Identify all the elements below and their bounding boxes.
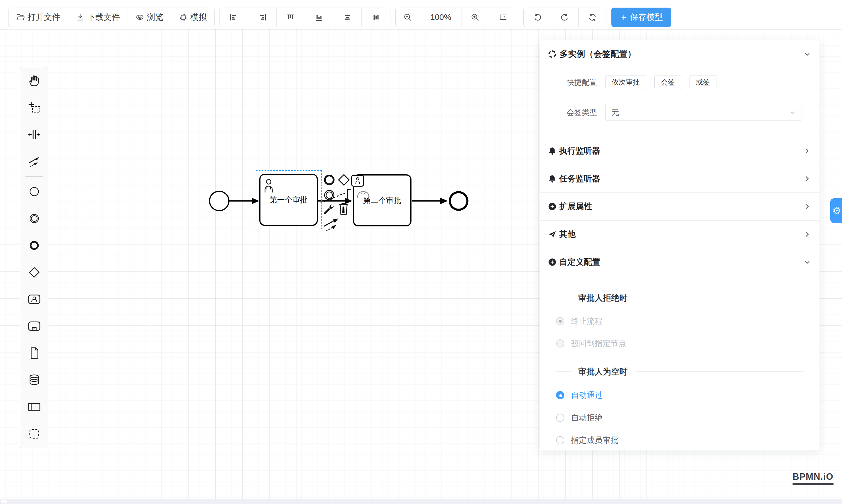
create-gateway[interactable] xyxy=(27,265,41,280)
hand-tool[interactable] xyxy=(27,74,41,88)
save-model-button[interactable]: ＋ 保存模型 xyxy=(611,7,671,27)
fit-viewport-icon xyxy=(499,13,508,22)
countersign-type-label: 会签类型 xyxy=(540,107,597,118)
ctxpad-append-task-icon[interactable] xyxy=(351,175,364,187)
align-top-button[interactable] xyxy=(277,8,305,26)
horizontal-scrollbar[interactable] xyxy=(0,499,842,504)
zoom-in-button[interactable] xyxy=(462,8,488,26)
create-intermediate-event[interactable] xyxy=(27,212,41,226)
section-task-listener[interactable]: 任务监听器 xyxy=(540,165,820,193)
paper-plane-icon xyxy=(548,230,557,239)
create-end-event[interactable] xyxy=(27,238,41,252)
section-others[interactable]: 其他 xyxy=(540,220,820,248)
panel-header-multi-instance[interactable]: 多实例（会签配置） xyxy=(540,40,820,68)
align-button-group xyxy=(220,7,390,27)
ctxpad-append-gateway-icon[interactable] xyxy=(337,173,351,187)
space-tool[interactable] xyxy=(27,128,41,142)
align-left-button[interactable] xyxy=(220,8,248,26)
align-center-horizontal-icon xyxy=(343,13,352,22)
radio-return-to-node[interactable]: 驳回到指定节点 xyxy=(540,336,820,350)
section-custom-config[interactable]: 自定义配置 xyxy=(540,248,820,276)
countersign-type-value: 无 xyxy=(611,107,619,118)
section-execution-listener[interactable]: 执行监听器 xyxy=(540,137,820,165)
ctxpad-append-end-event-icon[interactable] xyxy=(323,174,335,186)
task-label: 第一个审批 xyxy=(269,195,308,205)
start-event[interactable] xyxy=(210,191,229,211)
create-data-store[interactable] xyxy=(27,373,41,387)
chevron-right-icon xyxy=(803,147,811,155)
bpmn-designer-app: 第一个审批 第二个审批 xyxy=(0,0,842,504)
simulate-button[interactable]: 模拟 xyxy=(171,8,214,26)
radio-terminate-process[interactable]: 终止流程 xyxy=(540,314,820,328)
bpmn-io-logo[interactable]: BPMN.iO xyxy=(792,471,834,485)
align-middle-vertical-icon xyxy=(372,13,381,22)
ctxpad-text-annotation-icon[interactable] xyxy=(345,188,352,201)
empty-group-heading: 审批人为空时 xyxy=(540,367,820,376)
quick-option-sequential-button[interactable]: 依次审批 xyxy=(605,75,646,89)
create-data-object[interactable] xyxy=(27,346,41,360)
ctxpad-connect-icon[interactable] xyxy=(322,216,343,232)
user-task-first-approval[interactable]: 第一个审批 xyxy=(259,174,318,226)
create-user-task[interactable] xyxy=(27,292,41,306)
ctxpad-wrench-icon[interactable] xyxy=(323,203,335,215)
user-task-icon xyxy=(263,178,274,193)
arrowhead-3 xyxy=(440,198,448,204)
align-center-horizontal-button[interactable] xyxy=(333,8,362,26)
quick-option-orsign-button[interactable]: 或签 xyxy=(689,75,716,89)
download-file-label: 下载文件 xyxy=(87,12,120,23)
quick-config-label: 快捷配置 xyxy=(540,77,597,88)
create-participant[interactable] xyxy=(27,400,41,414)
scrollbar-thumb[interactable] xyxy=(1,500,8,503)
align-middle-vertical-button[interactable] xyxy=(362,8,390,26)
chevron-down-icon xyxy=(803,258,811,266)
section-extended-properties[interactable]: 扩展属性 xyxy=(540,193,820,220)
history-button-group xyxy=(523,7,607,27)
empty-group-title: 审批人为空时 xyxy=(578,366,628,377)
fit-viewport-button[interactable] xyxy=(488,8,518,26)
radio-auto-pass[interactable]: 自动通过 xyxy=(540,388,820,402)
undo-button[interactable] xyxy=(524,8,551,26)
undo-icon xyxy=(533,13,542,22)
user-task-icon-gray xyxy=(356,187,370,199)
align-right-button[interactable] xyxy=(248,8,277,26)
bell-icon xyxy=(548,174,557,183)
folder-open-icon xyxy=(16,13,25,22)
global-connect-tool[interactable] xyxy=(27,155,41,168)
eye-icon xyxy=(136,13,144,22)
browse-button[interactable]: 浏览 xyxy=(128,8,171,26)
radio-assign-member[interactable]: 指定成员审批 xyxy=(540,433,820,447)
redo-button[interactable] xyxy=(551,8,579,26)
quick-config-field: 快捷配置 依次审批 会签 或签 xyxy=(540,75,820,89)
refresh-icon xyxy=(588,13,597,22)
settings-tab[interactable]: ⚙ xyxy=(830,198,842,223)
reject-group-title: 审批人拒绝时 xyxy=(578,292,628,304)
lasso-tool[interactable] xyxy=(27,101,41,115)
gear-icon: ⚙ xyxy=(832,205,841,216)
download-icon xyxy=(76,13,85,22)
ctxpad-append-intermediate-event-icon[interactable] xyxy=(323,189,335,201)
zoom-out-button[interactable] xyxy=(396,8,420,26)
open-file-button[interactable]: 打开文件 xyxy=(8,8,68,26)
download-file-button[interactable]: 下载文件 xyxy=(68,8,128,26)
zoom-level-display[interactable]: 100% xyxy=(420,8,462,26)
create-group[interactable] xyxy=(27,427,41,441)
simulate-label: 模拟 xyxy=(190,12,207,23)
chevron-right-icon xyxy=(803,202,811,211)
end-event[interactable] xyxy=(450,192,468,210)
quick-option-countersign-button[interactable]: 会签 xyxy=(654,75,681,89)
align-left-icon xyxy=(229,13,238,22)
create-start-event[interactable] xyxy=(27,184,41,199)
countersign-type-select[interactable]: 无 xyxy=(605,104,802,121)
reset-icon-button[interactable] xyxy=(579,8,606,26)
plus-circle-icon xyxy=(548,258,557,267)
countersign-type-field: 会签类型 无 xyxy=(540,104,820,121)
align-bottom-button[interactable] xyxy=(305,8,333,26)
radio-circle xyxy=(556,317,564,325)
radio-auto-reject[interactable]: 自动拒绝 xyxy=(540,411,820,425)
radio-circle xyxy=(556,436,564,444)
align-bottom-icon xyxy=(315,13,323,22)
create-subprocess[interactable] xyxy=(27,319,41,333)
top-toolbar: 打开文件 下载文件 浏览 模拟 xyxy=(8,7,671,27)
ctxpad-trash-icon[interactable] xyxy=(338,202,349,216)
chevron-down-icon xyxy=(803,50,811,58)
